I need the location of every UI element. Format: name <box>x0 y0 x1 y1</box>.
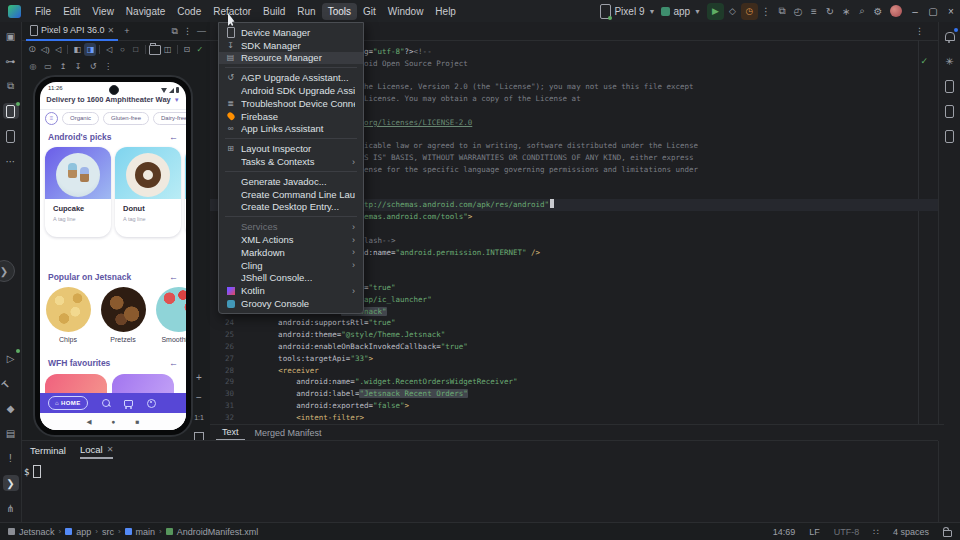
terminal-toolwindow-icon[interactable]: ❯ <box>3 475 19 491</box>
more-tools-icon[interactable]: ⋯ <box>3 153 19 169</box>
breadcrumb-src[interactable]: src <box>102 527 114 537</box>
popular-snack-chips[interactable] <box>46 287 91 332</box>
snapshot-icon[interactable]: ⊡ <box>181 43 193 56</box>
ai-assistant-icon[interactable]: ∗ <box>838 6 854 17</box>
tools-menu-generate-javadoc[interactable]: Generate Javadoc... <box>219 175 363 188</box>
menu-navigate[interactable]: Navigate <box>120 3 171 20</box>
tools-menu-create-command-line-launcher[interactable]: Create Command Line Launcher... <box>219 188 363 201</box>
tools-menu-resource-manager[interactable]: ▤Resource Manager <box>219 52 363 65</box>
tools-menu-firebase[interactable]: Firebase <box>219 110 363 123</box>
filters-icon[interactable]: ≡ <box>45 112 58 125</box>
code-line[interactable]: 24 android:supportsRtl="true" <box>210 317 938 329</box>
code-line[interactable]: 30 android:label="Jetsnack Recent Orders… <box>210 388 938 400</box>
zoom-in-button[interactable]: + <box>192 370 206 384</box>
search-everywhere-icon[interactable]: ⌕ <box>854 5 870 17</box>
encoding-widget[interactable]: UTF-8 <box>834 527 860 537</box>
code-line[interactable]: 27 tools:targetApi="33"> <box>210 353 938 365</box>
breadcrumb-main[interactable]: main <box>125 527 156 537</box>
project-icon[interactable]: ▣ <box>3 28 19 44</box>
menu-tools[interactable]: Tools <box>322 3 357 20</box>
record-icon[interactable]: ▭ <box>41 60 55 73</box>
tools-menu-kotlin[interactable]: Kotlin› <box>219 284 363 297</box>
panel-options-icon[interactable]: ⋮ <box>183 26 192 37</box>
tools-menu-groovy-console[interactable]: Groovy Console <box>219 297 363 310</box>
logcat-icon[interactable]: ▤ <box>3 425 19 441</box>
android-back-button[interactable]: ◀ <box>87 418 92 426</box>
fold-icon[interactable] <box>149 43 161 56</box>
open-in-window-icon[interactable]: ⧉ <box>172 26 178 37</box>
editor-options-icon[interactable]: ⋮ <box>915 26 924 36</box>
phone-screen[interactable]: 11:26 Delivery to 1600 Amphitheater Way▼… <box>40 82 186 430</box>
code-line[interactable]: 31 android:exported="false"> <box>210 400 938 412</box>
filter-chip-gluten-free[interactable]: Gluten-free <box>103 112 149 125</box>
tools-menu-troubleshoot-device-connections[interactable]: ≣Troubleshoot Device Connections <box>219 97 363 110</box>
breadcrumb-androidmanifest-xml[interactable]: AndroidManifest.xml <box>166 527 259 537</box>
device-manager-icon[interactable] <box>3 128 19 144</box>
hide-panel-icon[interactable]: — <box>197 26 206 37</box>
tools-menu-markdown[interactable]: Markdown› <box>219 246 363 259</box>
zoom-ratio-button[interactable]: 1:1 <box>192 410 206 424</box>
close-tab-icon[interactable]: ✕ <box>107 445 114 454</box>
code-line[interactable]: 29 android:name=".widget.RecentOrdersWid… <box>210 376 938 388</box>
device-ready-icon[interactable]: ✓ <box>194 43 206 56</box>
run-config-selector[interactable]: app ▼ <box>661 6 701 17</box>
problems-icon[interactable]: ! <box>3 450 19 466</box>
version-control-icon[interactable]: ⋔ <box>3 500 19 516</box>
run-button[interactable]: ▶ <box>707 3 724 20</box>
home-tab[interactable]: ⌂ HOME <box>48 396 88 410</box>
profiler-toolwindow-icon[interactable]: ◆ <box>3 400 19 416</box>
terminal-tab-local[interactable]: Local ✕ <box>80 441 113 459</box>
close-button[interactable]: × <box>944 6 958 17</box>
menu-build[interactable]: Build <box>257 3 291 20</box>
profile-icon[interactable] <box>147 399 156 408</box>
volume-up-icon[interactable]: ◁) <box>39 43 51 56</box>
device-tab[interactable]: Pixel 9 API 36.0 ✕ <box>26 21 118 41</box>
debug-button[interactable]: ◇ <box>724 3 741 20</box>
close-tab-icon[interactable]: ✕ <box>108 26 115 35</box>
column-mode-icon[interactable]: ∷ <box>873 527 879 537</box>
profiler-icon[interactable]: ◴ <box>790 6 806 17</box>
profiler-button[interactable]: ◷ <box>741 3 758 20</box>
wear-buttons-icon[interactable]: ◫ <box>162 43 174 56</box>
editor-tab-text[interactable]: Text <box>216 425 245 441</box>
rotate-left-icon[interactable]: ◧ <box>71 43 83 56</box>
tools-menu-jshell-console[interactable]: JShell Console... <box>219 272 363 285</box>
structure-icon[interactable]: ⧉ <box>3 78 19 94</box>
menu-run[interactable]: Run <box>291 3 321 20</box>
gemini-icon[interactable]: ✳ <box>942 53 958 69</box>
tools-menu-cling[interactable]: Cling› <box>219 259 363 272</box>
tools-menu-device-manager[interactable]: Device Manager <box>219 26 363 39</box>
search-icon[interactable] <box>102 399 110 407</box>
tools-menu-agp-upgrade-assistant[interactable]: ↺AGP Upgrade Assistant... <box>219 71 363 84</box>
download-icon[interactable]: ↧ <box>71 60 85 73</box>
device-selector[interactable]: Pixel 9 ▼ <box>600 4 655 19</box>
editor-tab-merged-manifest[interactable]: Merged Manifest <box>249 425 328 441</box>
code-line[interactable]: 28 <receiver <box>210 365 938 377</box>
reset-icon[interactable]: ↺ <box>86 60 100 73</box>
indent-widget[interactable]: 4 spaces <box>893 527 929 537</box>
tools-menu-app-links-assistant[interactable]: ∞App Links Assistant <box>219 123 363 136</box>
filter-chip-dairy-free[interactable]: Dairy-free <box>153 112 186 125</box>
android-overview-button[interactable]: ■ <box>136 418 140 425</box>
tools-menu-sdk-manager[interactable]: ↧SDK Manager <box>219 39 363 52</box>
app-logo-icon[interactable] <box>8 5 21 18</box>
screenshot-icon[interactable]: ◎ <box>26 60 40 73</box>
android-home-button[interactable]: ● <box>112 418 116 425</box>
terminal-body[interactable]: $ <box>22 459 938 478</box>
breadcrumb-app[interactable]: app <box>65 527 91 537</box>
power-icon[interactable]: ⏼ <box>26 43 38 56</box>
device-explorer-icon[interactable] <box>942 78 958 94</box>
code-line[interactable]: 32 <intent-filter> <box>210 412 938 424</box>
todo-list-icon[interactable]: ≡ <box>806 6 822 17</box>
arrow-icon[interactable]: ← <box>169 358 178 368</box>
more-emulator-icon[interactable]: ⋮ <box>101 60 115 73</box>
build-icon[interactable]: T <box>0 372 22 395</box>
tools-menu-xml-actions[interactable]: XML Actions› <box>219 233 363 246</box>
commit-icon[interactable]: ⊶ <box>3 53 19 69</box>
volume-down-icon[interactable]: ◁ <box>52 43 64 56</box>
sync-icon[interactable]: ↻ <box>822 6 838 17</box>
run-toolwindow-icon[interactable]: ▷ <box>3 350 19 366</box>
delivery-selector[interactable]: Delivery to 1600 Amphitheater Way▼ <box>40 95 186 104</box>
filter-chip-organic[interactable]: Organic <box>62 112 99 125</box>
menu-edit[interactable]: Edit <box>57 3 86 20</box>
